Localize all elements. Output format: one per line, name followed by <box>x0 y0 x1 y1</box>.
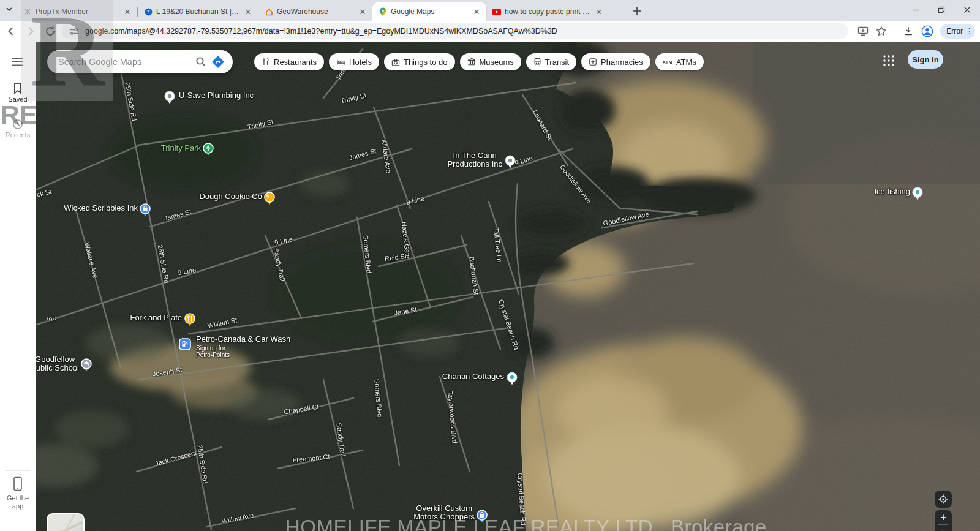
new-tab-button[interactable] <box>630 4 644 18</box>
generic-pin-icon[interactable] <box>505 155 516 171</box>
tab-title: Google Maps <box>391 7 468 16</box>
sign-in-button[interactable]: Sign in <box>908 50 943 69</box>
school-pin-icon[interactable] <box>81 358 92 375</box>
download-icon[interactable] <box>902 25 914 37</box>
tab-close-button[interactable]: ✕ <box>358 7 368 17</box>
zoom-in-button[interactable]: + <box>935 511 952 524</box>
search-input[interactable] <box>58 57 192 67</box>
google-apps-button[interactable] <box>881 53 897 69</box>
browser-toolbar: google.com/maps/@44.3292787,-79.5350712,… <box>0 21 980 42</box>
forward-button[interactable] <box>22 23 39 40</box>
directions-button[interactable] <box>209 53 227 70</box>
poi-label-line: Chanan Cottages <box>442 372 504 381</box>
poi-label[interactable]: Chanan Cottages <box>442 372 504 381</box>
chip-museums[interactable]: Museums <box>460 53 521 70</box>
site-info-icon[interactable] <box>69 26 79 37</box>
chip-transit[interactable]: Transit <box>526 53 576 70</box>
bookmark-star-icon[interactable] <box>875 25 888 37</box>
sidebar-item-recents[interactable]: Recents <box>0 119 36 138</box>
transit-icon <box>533 58 541 66</box>
tab-close-button[interactable]: ✕ <box>472 7 481 17</box>
address-bar[interactable]: google.com/maps/@44.3292787,-79.5350712,… <box>61 23 848 39</box>
browser-error-menu[interactable]: Error ⋮ <box>940 24 975 39</box>
gas-pin-icon[interactable] <box>179 338 191 353</box>
menu-button[interactable] <box>12 58 24 69</box>
poi-label[interactable]: In The CannProductions Inc <box>447 151 502 168</box>
browser-tab[interactable]: PropTx Member✕ <box>17 2 137 21</box>
chip-hotels[interactable]: Hotels <box>329 53 379 70</box>
poi-ad-sub-label: Sign up forPetro-Points <box>196 345 290 358</box>
my-location-button[interactable] <box>935 491 952 508</box>
poi-label[interactable]: GoodfellowPublic School <box>31 355 79 372</box>
search-box[interactable] <box>47 50 233 73</box>
search-button[interactable] <box>192 53 209 70</box>
poi-label[interactable]: Wicked Scribbles Ink <box>64 204 138 213</box>
chip-label: Hotels <box>349 58 372 67</box>
window-minimize-button[interactable] <box>903 0 929 20</box>
window-restore-button[interactable] <box>929 0 954 20</box>
chip-label: Museums <box>480 58 514 67</box>
error-label: Error <box>946 27 963 36</box>
poi-label[interactable]: Dough Cookie Co <box>199 192 262 201</box>
window-close-button[interactable] <box>954 0 980 20</box>
get-the-app[interactable]: Get the app <box>0 476 36 510</box>
tab-close-button[interactable]: ✕ <box>123 7 132 17</box>
saved-label: Saved <box>0 96 36 103</box>
zoom-control: + − <box>935 510 952 531</box>
three-dot-menu-icon[interactable]: ⋮ <box>965 29 971 33</box>
realm-favicon-icon <box>144 7 153 16</box>
restore-icon <box>938 6 945 13</box>
geowarehouse-favicon-icon <box>265 7 273 16</box>
food-pin-icon[interactable] <box>264 192 275 208</box>
camera-icon <box>391 58 400 66</box>
chip-label: ATMs <box>676 58 696 67</box>
shop-pin-icon[interactable] <box>140 203 151 220</box>
layers-thumbnail <box>48 514 83 531</box>
poi-label[interactable]: Trinity Park <box>161 144 201 153</box>
water-pin-icon[interactable] <box>912 187 923 203</box>
hotel-icon <box>336 58 345 66</box>
tab-close-button[interactable]: ✕ <box>243 7 253 17</box>
browser-tab[interactable]: L 19&20 Buchanan St | REALM✕ <box>138 2 258 21</box>
poi-label[interactable]: Petro-Canada & Car WashSign up forPetro-… <box>196 335 290 358</box>
poi-label-line: Goodfellow <box>31 355 79 364</box>
tab-title: how to copy paste print screen <box>505 7 590 16</box>
tab-strip: PropTx Member✕L 19&20 Buchanan St | REAL… <box>0 0 980 21</box>
poi-label[interactable]: U-Save Plumbing Inc <box>179 91 254 100</box>
chip-label: Transit <box>545 58 569 67</box>
browser-tab[interactable]: how to copy paste print screen✕ <box>486 2 609 21</box>
browser-tab[interactable]: Google Maps✕ <box>372 2 486 21</box>
atm-icon: ATM <box>663 60 673 64</box>
tab-close-button[interactable]: ✕ <box>594 7 604 17</box>
poi-label-line: Productions Inc <box>447 160 502 168</box>
layers-button[interactable]: Layers <box>47 513 85 531</box>
chip-things-to-do[interactable]: Things to do <box>384 53 455 70</box>
poi-label[interactable]: Ice fishing <box>874 187 910 196</box>
chevron-down-icon <box>5 5 13 13</box>
poi-label[interactable]: Fork and Plate <box>130 314 182 322</box>
generic-pin-icon[interactable] <box>164 91 175 107</box>
zoom-out-button[interactable]: − <box>935 525 952 531</box>
tab-search-button[interactable] <box>5 5 16 16</box>
poi-label-line: Trinity Park <box>161 144 201 153</box>
chip-label: Things to do <box>404 58 448 67</box>
food-pin-icon[interactable] <box>184 313 195 330</box>
brokerage-watermark: HOMELIFE MAPLE LEAF REALTY LTD., Brokera… <box>285 516 702 531</box>
water-pin-icon[interactable] <box>507 372 518 388</box>
bookmark-icon <box>12 82 23 94</box>
back-button[interactable] <box>2 23 20 40</box>
chip-restaurants[interactable]: Restaurants <box>254 53 324 70</box>
chip-pharmacies[interactable]: Pharmacies <box>581 53 650 70</box>
profile-avatar-icon[interactable] <box>921 24 934 38</box>
reload-button[interactable] <box>42 23 59 40</box>
forward-icon <box>25 26 36 37</box>
map-canvas[interactable]: Trinity StTrinity StTrinity St25th Side … <box>0 42 980 531</box>
my-location-icon <box>938 494 948 504</box>
sidebar-item-saved[interactable]: Saved <box>0 82 36 103</box>
divider <box>5 470 31 471</box>
window-controls <box>903 0 980 20</box>
install-icon[interactable] <box>857 25 869 37</box>
browser-tab[interactable]: GeoWarehouse✕ <box>258 2 372 21</box>
park-pin-icon[interactable] <box>203 143 214 159</box>
chip-atms[interactable]: ATMATMs <box>655 53 704 70</box>
